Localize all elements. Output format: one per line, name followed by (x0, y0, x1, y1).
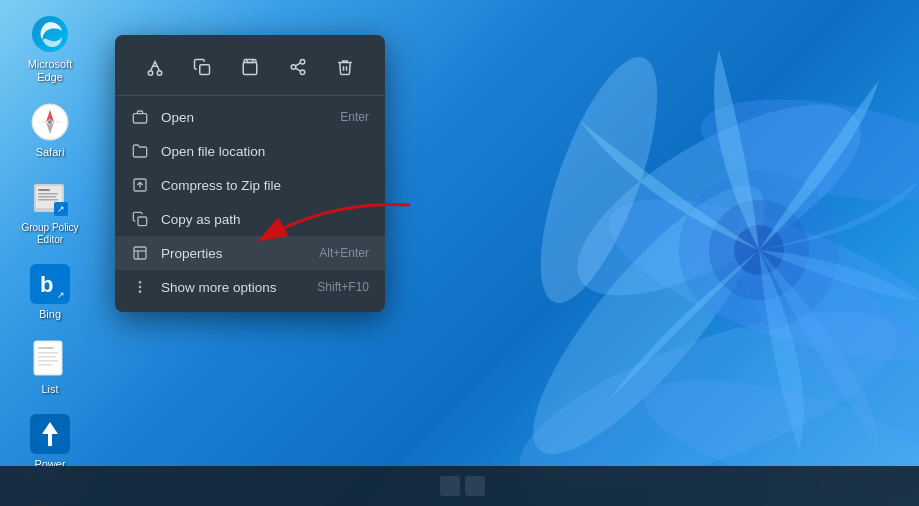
svg-text:b: b (40, 272, 53, 297)
context-menu-copy-as-path[interactable]: Copy as path (115, 202, 385, 236)
svg-point-34 (148, 71, 153, 76)
svg-rect-53 (465, 476, 485, 496)
group-policy-editor-icon: ↗ (30, 178, 70, 218)
context-menu: Open Enter Open file location Compress t… (115, 35, 385, 312)
wallpaper-decoration (299, 0, 919, 506)
svg-rect-29 (38, 352, 58, 354)
context-menu-properties[interactable]: Properties Alt+Enter (115, 236, 385, 270)
properties-icon (131, 244, 149, 262)
group-policy-editor-label: Group Policy Editor (14, 222, 86, 246)
svg-rect-30 (38, 356, 56, 358)
svg-rect-44 (138, 217, 147, 226)
context-menu-open-file-location[interactable]: Open file location (115, 134, 385, 168)
svg-point-48 (139, 282, 140, 283)
share-button[interactable] (280, 49, 316, 85)
bing-icon: b ↗ (30, 264, 70, 304)
svg-rect-23 (38, 196, 56, 198)
svg-rect-31 (38, 360, 58, 362)
bing-shortcut-arrow-icon: ↗ (54, 288, 68, 302)
svg-rect-27 (34, 341, 62, 375)
svg-rect-42 (133, 114, 146, 123)
open-icon (131, 108, 149, 126)
cut-button[interactable] (137, 49, 173, 85)
desktop-icon-safari[interactable]: Safari (10, 98, 90, 163)
microsoft-edge-icon (30, 14, 70, 54)
svg-rect-21 (38, 189, 50, 191)
list-icon (30, 339, 70, 379)
desktop-icons-area: Microsoft Edge Safari (0, 0, 100, 466)
shortcut-arrow-icon: ↗ (54, 202, 68, 216)
show-more-options-label: Show more options (161, 280, 305, 295)
show-more-options-shortcut: Shift+F10 (317, 280, 369, 294)
delete-button[interactable] (327, 49, 363, 85)
copy-button[interactable] (184, 49, 220, 85)
desktop-icon-list[interactable]: List (10, 335, 90, 400)
svg-rect-28 (38, 347, 54, 349)
paste-button[interactable] (232, 49, 268, 85)
open-label: Open (161, 110, 328, 125)
taskbar-icons (310, 471, 610, 501)
list-label: List (41, 383, 58, 396)
power-automate-icon (30, 414, 70, 454)
desktop-icon-bing[interactable]: b ↗ Bing (10, 260, 90, 325)
taskbar (0, 466, 919, 506)
svg-point-49 (139, 286, 140, 287)
svg-point-18 (48, 120, 52, 124)
properties-shortcut: Alt+Enter (319, 246, 369, 260)
svg-point-35 (157, 71, 162, 76)
svg-rect-45 (134, 247, 146, 259)
compress-zip-icon (131, 176, 149, 194)
open-shortcut: Enter (340, 110, 369, 124)
context-menu-compress-to-zip[interactable]: Compress to Zip file (115, 168, 385, 202)
context-menu-toolbar (115, 43, 385, 96)
safari-icon (30, 102, 70, 142)
copy-as-path-label: Copy as path (161, 212, 357, 227)
svg-point-50 (139, 291, 140, 292)
safari-label: Safari (36, 146, 65, 159)
context-menu-show-more-options[interactable]: Show more options Shift+F10 (115, 270, 385, 304)
open-file-location-label: Open file location (161, 144, 357, 159)
svg-point-39 (300, 60, 305, 65)
desktop-icon-group-policy-editor[interactable]: ↗ Group Policy Editor (10, 174, 90, 250)
desktop-icon-microsoft-edge[interactable]: Microsoft Edge (10, 10, 90, 88)
svg-point-41 (300, 70, 305, 75)
svg-rect-24 (38, 199, 58, 201)
bing-label: Bing (39, 308, 61, 321)
microsoft-edge-label: Microsoft Edge (14, 58, 86, 84)
properties-label: Properties (161, 246, 307, 261)
svg-point-40 (291, 65, 296, 70)
show-more-options-icon (131, 278, 149, 296)
open-file-location-icon (131, 142, 149, 160)
svg-rect-38 (243, 63, 257, 75)
svg-rect-52 (440, 476, 460, 496)
context-menu-open[interactable]: Open Enter (115, 100, 385, 134)
compress-to-zip-label: Compress to Zip file (161, 178, 357, 193)
copy-as-path-icon (131, 210, 149, 228)
svg-rect-22 (38, 193, 58, 195)
svg-rect-32 (38, 364, 52, 366)
svg-rect-36 (200, 65, 210, 75)
